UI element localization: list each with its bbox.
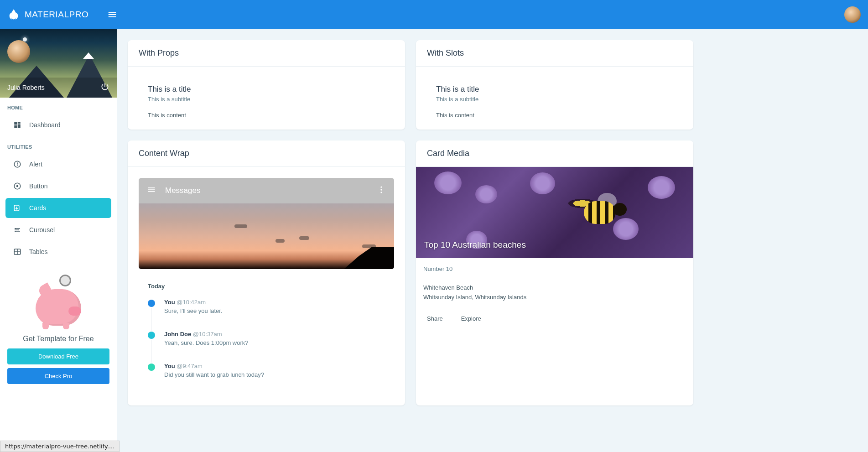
messages-title: Messages (165, 186, 368, 195)
nav-section-utilities: UTILITIES (0, 144, 117, 152)
main-content: With Props This is a title This is a sub… (117, 29, 868, 452)
check-pro-button[interactable]: Check Pro (7, 368, 109, 384)
timeline-dot (148, 332, 155, 339)
sidebar-item-alert[interactable]: Alert (5, 154, 111, 174)
timeline-item: You @10:42am Sure, I'll see you later. (148, 299, 385, 331)
timeline-from: You (164, 363, 175, 369)
sidebar-item-label: Tables (29, 248, 47, 255)
logo[interactable]: MATERIALPRO (7, 8, 88, 21)
sidebar-item-tables[interactable]: Tables (5, 242, 111, 262)
carousel-icon (13, 225, 22, 234)
card-title: This is a title (427, 85, 682, 94)
sidebar-item-label: Button (29, 182, 47, 190)
alert-icon (13, 160, 22, 169)
sidebar-item-dashboard[interactable]: Dashboard (5, 115, 111, 135)
sidebar: Julia Roberts HOME Dashboard UTILITIES A… (0, 29, 117, 452)
timeline-time: @10:37am (193, 331, 222, 338)
card-content: This is content (427, 112, 682, 119)
power-icon (100, 82, 109, 91)
svg-point-4 (15, 228, 16, 229)
card-with-props: With Props This is a title This is a sub… (128, 40, 405, 130)
brand-text: MATERIALPRO (25, 10, 88, 20)
messages-toolbar: Messages (139, 178, 394, 203)
explore-button[interactable]: Explore (454, 312, 489, 326)
menu-icon (147, 185, 156, 194)
timeline-dot (148, 300, 155, 307)
svg-point-10 (380, 192, 382, 193)
svg-point-6 (18, 229, 19, 230)
media-text: Whitehaven Beach Whitsunday Island, Whit… (416, 276, 693, 310)
power-button[interactable] (100, 82, 109, 93)
timeline-from: John Doe (164, 331, 191, 338)
cards-icon (13, 203, 22, 213)
sidebar-item-label: Alert (29, 161, 42, 168)
messages-hero-image (139, 203, 394, 269)
card-header: With Props (128, 40, 405, 67)
svg-point-9 (380, 189, 382, 190)
timeline-time: @10:42am (177, 299, 206, 306)
card-header: With Slots (416, 40, 693, 67)
sidebar-item-cards[interactable]: Cards (5, 198, 111, 218)
timeline-heading: Today (148, 283, 385, 290)
share-button[interactable]: Share (420, 312, 450, 326)
button-icon (13, 182, 22, 191)
sidebar-item-label: Curousel (29, 226, 55, 234)
timeline-message: Yeah, sure. Does 1:00pm work? (164, 339, 249, 346)
logo-icon (7, 8, 20, 21)
nav-section-home: HOME (0, 105, 117, 113)
download-free-button[interactable]: Download Free (7, 348, 109, 364)
media-subtitle: Number 10 (416, 258, 693, 276)
more-vert-icon (377, 185, 386, 194)
svg-point-5 (15, 231, 16, 232)
sidebar-item-button[interactable]: Button (5, 176, 111, 196)
timeline-from: You (164, 299, 175, 306)
card-content-wrap: Content Wrap Messages Today (128, 140, 405, 405)
tables-icon (13, 247, 22, 256)
card-header: Card Media (416, 140, 693, 167)
promo-title: Get Template for Free (7, 335, 109, 343)
user-avatar-menu[interactable] (844, 6, 861, 23)
piggy-bank-image (31, 275, 86, 329)
timeline-item: John Doe @10:37am Yeah, sure. Does 1:00p… (148, 331, 385, 363)
card-content: This is content (139, 112, 394, 119)
messages-more-button[interactable] (377, 185, 386, 196)
menu-icon (107, 10, 117, 20)
card-title: This is a title (139, 85, 394, 94)
svg-point-8 (380, 187, 382, 188)
media-overlay-title: Top 10 Australian beaches (424, 240, 526, 250)
timeline-item: You @9:47am Did you still want to grab l… (148, 363, 385, 395)
card-subtitle: This is a subtitle (139, 94, 394, 112)
promo-block: Get Template for Free Download Free Chec… (0, 264, 117, 399)
timeline-time: @9:47am (177, 363, 203, 369)
card-header: Content Wrap (128, 140, 405, 167)
profile-banner: Julia Roberts (0, 29, 117, 98)
timeline-dot (148, 364, 155, 371)
timeline-message: Did you still want to grab lunch today? (164, 371, 264, 378)
messages-menu-button[interactable] (147, 185, 156, 196)
card-media: Card Media Top 10 Australian beaches Num… (416, 140, 693, 405)
profile-name: Julia Roberts (7, 84, 45, 91)
app-bar: MATERIALPRO (0, 0, 868, 29)
card-subtitle: This is a subtitle (427, 94, 682, 112)
browser-status-bar: https://materialpro-vue-free.netlify.... (0, 441, 120, 452)
sidebar-item-label: Dashboard (29, 121, 61, 129)
card-with-slots: With Slots This is a title This is a sub… (416, 40, 693, 130)
hamburger-menu-button[interactable] (101, 4, 123, 26)
card-media-image: Top 10 Australian beaches (416, 167, 693, 258)
sidebar-item-label: Cards (29, 204, 46, 212)
svg-point-2 (16, 185, 19, 187)
profile-avatar[interactable] (7, 40, 30, 63)
timeline-message: Sure, I'll see you later. (164, 307, 223, 314)
dashboard-icon (13, 120, 22, 130)
sidebar-item-curousel[interactable]: Curousel (5, 220, 111, 240)
